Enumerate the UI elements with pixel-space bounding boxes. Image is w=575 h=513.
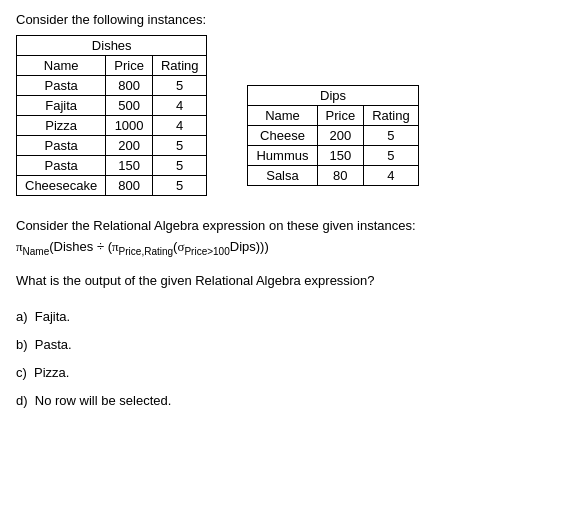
table-row: Cheese2005 — [248, 126, 418, 146]
question-block: What is the output of the given Relation… — [16, 273, 559, 288]
table-row: Pasta8005 — [17, 76, 207, 96]
option-c: c) Pizza. — [16, 360, 559, 386]
option-a-label: a) Fajita. — [16, 309, 70, 324]
option-d: d) No row will be selected. — [16, 388, 559, 414]
table-row: Pasta2005 — [17, 136, 207, 156]
dishes-table-title: Dishes — [17, 36, 207, 56]
dips-table: Dips Name Price Rating Cheese2005Hummus1… — [247, 85, 418, 186]
dips-col-price: Price — [317, 106, 364, 126]
expression-block: Consider the Relational Algebra expressi… — [16, 216, 559, 259]
option-b-label: b) Pasta. — [16, 337, 72, 352]
options-block: a) Fajita. b) Pasta. c) Pizza. d) No row… — [16, 304, 559, 414]
table-row: Pasta1505 — [17, 156, 207, 176]
table-row: Fajita5004 — [17, 96, 207, 116]
option-b: b) Pasta. — [16, 332, 559, 358]
table-row: Hummus1505 — [248, 146, 418, 166]
dishes-col-price: Price — [106, 56, 153, 76]
option-c-label: c) Pizza. — [16, 365, 69, 380]
table-row: Salsa804 — [248, 166, 418, 186]
dips-table-title: Dips — [248, 86, 418, 106]
dips-table-container: Dips Name Price Rating Cheese2005Hummus1… — [247, 85, 418, 186]
tables-container: Dishes Name Price Rating Pasta8005Fajita… — [16, 35, 559, 196]
question-text: What is the output of the given Relation… — [16, 273, 559, 288]
intro-text: Consider the following instances: — [16, 12, 559, 27]
table-row: Pizza10004 — [17, 116, 207, 136]
option-d-label: d) No row will be selected. — [16, 393, 171, 408]
dishes-col-name: Name — [17, 56, 106, 76]
option-a: a) Fajita. — [16, 304, 559, 330]
expression-intro: Consider the Relational Algebra expressi… — [16, 216, 559, 237]
dishes-col-rating: Rating — [152, 56, 207, 76]
dishes-table-container: Dishes Name Price Rating Pasta8005Fajita… — [16, 35, 207, 196]
dips-col-name: Name — [248, 106, 317, 126]
dips-col-rating: Rating — [364, 106, 419, 126]
expression-formula: πName(Dishes ÷ (πPrice,Rating(σPrice>100… — [16, 237, 559, 260]
table-row: Cheesecake8005 — [17, 176, 207, 196]
dishes-table: Dishes Name Price Rating Pasta8005Fajita… — [16, 35, 207, 196]
